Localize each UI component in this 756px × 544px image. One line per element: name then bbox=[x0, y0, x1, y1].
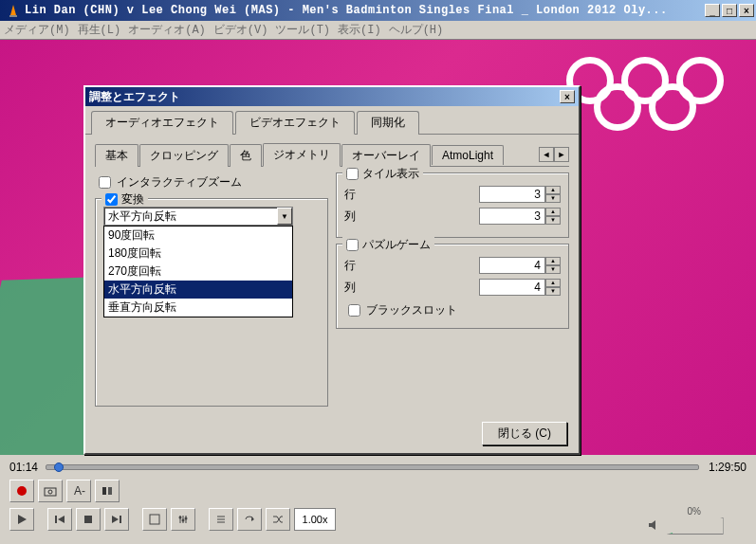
puzzle-rows-label: 行 bbox=[344, 258, 382, 274]
menu-video[interactable]: ビデオ(V) bbox=[213, 22, 268, 38]
svg-rect-5 bbox=[102, 487, 106, 495]
wall-cols-input[interactable] bbox=[479, 208, 545, 225]
dialog-close-btn[interactable]: 閉じる (C) bbox=[482, 422, 567, 445]
speaker-icon[interactable] bbox=[648, 518, 661, 535]
svg-point-18 bbox=[182, 519, 185, 522]
maximize-button[interactable]: □ bbox=[722, 4, 737, 17]
subtab-geometry[interactable]: ジオメトリ bbox=[263, 143, 341, 167]
playlist-button[interactable] bbox=[209, 508, 233, 531]
svg-rect-1 bbox=[9, 15, 17, 17]
video-effects-subtabs: 基本 クロッピング 色 ジオメトリ オーバーレイ AtmoLight ◄ ► bbox=[95, 142, 569, 167]
spin-up-icon[interactable]: ▲ bbox=[545, 208, 561, 216]
duration-time: 1:29:50 bbox=[709, 461, 747, 474]
volume-slider[interactable] bbox=[667, 517, 724, 535]
menu-media[interactable]: メディア(M) bbox=[4, 22, 70, 38]
transform-group: 変換 水平方向反転 ▼ 90度回転 180度回転 270度回転 水平方向反転 垂… bbox=[95, 198, 328, 407]
subtab-crop[interactable]: クロッピング bbox=[139, 144, 229, 167]
menu-view[interactable]: 表示(I) bbox=[338, 22, 381, 38]
svg-rect-2 bbox=[45, 488, 56, 496]
transform-checkbox[interactable] bbox=[105, 193, 118, 206]
subtab-color[interactable]: 色 bbox=[230, 144, 262, 167]
svg-marker-0 bbox=[10, 5, 16, 15]
dialog-title: 調整とエフェクト bbox=[89, 89, 180, 105]
seek-thumb[interactable] bbox=[54, 462, 64, 472]
dropdown-arrow-icon[interactable]: ▼ bbox=[277, 208, 292, 225]
wall-rows-label: 行 bbox=[344, 187, 382, 203]
volume-percent: 0% bbox=[688, 506, 701, 517]
spin-up-icon[interactable]: ▲ bbox=[545, 279, 561, 287]
puzzle-group: パズルゲーム 行 ▲▼ 列 ▲▼ bbox=[336, 244, 569, 329]
black-slot-label: ブラックスロット bbox=[366, 302, 457, 318]
record-button[interactable] bbox=[9, 480, 34, 502]
toolbar-row-2: 1.00x bbox=[9, 508, 336, 531]
minimize-button[interactable]: _ bbox=[705, 4, 720, 17]
wall-rows-input[interactable] bbox=[479, 186, 545, 203]
subtab-atmolight[interactable]: AtmoLight bbox=[432, 145, 504, 165]
transform-option-180[interactable]: 180度回転 bbox=[104, 245, 292, 263]
puzzle-label: パズルゲーム bbox=[362, 237, 431, 253]
tab-scroll-left-button[interactable]: ◄ bbox=[539, 147, 554, 162]
puzzle-rows-input[interactable] bbox=[479, 257, 545, 274]
svg-rect-10 bbox=[84, 516, 92, 523]
spin-up-icon[interactable]: ▲ bbox=[545, 257, 561, 265]
menu-help[interactable]: ヘルプ(H) bbox=[389, 22, 444, 38]
svg-point-19 bbox=[185, 517, 188, 520]
fullscreen-button[interactable] bbox=[142, 508, 167, 531]
extended-settings-button[interactable] bbox=[171, 508, 195, 531]
interactive-zoom-checkbox[interactable] bbox=[99, 176, 111, 189]
interactive-zoom-row: インタラクティブズーム bbox=[95, 172, 328, 192]
subtab-overlay[interactable]: オーバーレイ bbox=[341, 144, 431, 167]
wall-group: タイル表示 行 ▲▼ 列 ▲▼ bbox=[336, 172, 569, 238]
spin-down-icon[interactable]: ▼ bbox=[545, 216, 561, 225]
toolbar-row-1: A-B bbox=[9, 480, 120, 502]
snapshot-button[interactable] bbox=[38, 480, 63, 502]
svg-marker-7 bbox=[18, 515, 27, 524]
play-button[interactable] bbox=[9, 508, 34, 531]
transform-option-90[interactable]: 90度回転 bbox=[104, 227, 292, 245]
spin-down-icon[interactable]: ▼ bbox=[545, 194, 561, 203]
transform-label: 変換 bbox=[121, 191, 144, 208]
svg-rect-13 bbox=[150, 515, 159, 524]
position-time: 01:14 bbox=[9, 461, 38, 474]
transform-option-270[interactable]: 270度回転 bbox=[104, 263, 292, 281]
dialog-close-button[interactable]: × bbox=[560, 90, 575, 103]
spin-down-icon[interactable]: ▼ bbox=[545, 265, 561, 274]
tab-sync[interactable]: 同期化 bbox=[357, 111, 419, 135]
black-slot-checkbox[interactable] bbox=[348, 304, 360, 317]
dialog-titlebar[interactable]: 調整とエフェクト × bbox=[85, 87, 579, 106]
tab-video-effects[interactable]: ビデオエフェクト bbox=[235, 111, 355, 135]
transform-option-vflip[interactable]: 垂直方向反転 bbox=[104, 299, 292, 317]
tab-audio-effects[interactable]: オーディオエフェクト bbox=[91, 111, 233, 135]
next-button[interactable] bbox=[104, 508, 129, 531]
wall-checkbox[interactable] bbox=[346, 168, 359, 180]
spin-up-icon[interactable]: ▲ bbox=[545, 186, 561, 194]
subtab-basic[interactable]: 基本 bbox=[95, 144, 138, 167]
wall-label: タイル表示 bbox=[362, 166, 419, 182]
seek-bar-row: 01:14 1:29:50 bbox=[9, 461, 747, 474]
volume-control: 0% bbox=[648, 517, 743, 535]
spin-down-icon[interactable]: ▼ bbox=[545, 287, 561, 296]
tab-scroll-right-button[interactable]: ► bbox=[554, 147, 569, 162]
svg-rect-12 bbox=[120, 516, 121, 523]
menu-playback[interactable]: 再生(L) bbox=[78, 22, 121, 38]
puzzle-cols-input[interactable] bbox=[479, 279, 545, 296]
svg-rect-6 bbox=[108, 487, 112, 495]
svg-text:A-B: A-B bbox=[74, 485, 85, 497]
stop-button[interactable] bbox=[76, 508, 101, 531]
menu-audio[interactable]: オーディオ(A) bbox=[128, 22, 206, 38]
loop-button[interactable] bbox=[237, 508, 262, 531]
seek-slider[interactable] bbox=[46, 464, 699, 470]
frame-step-button[interactable] bbox=[95, 480, 120, 502]
menu-tools[interactable]: ツール(T) bbox=[275, 22, 330, 38]
prev-button[interactable] bbox=[47, 508, 72, 531]
loop-ab-button[interactable]: A-B bbox=[66, 480, 91, 502]
svg-marker-24 bbox=[649, 520, 655, 530]
transform-combo[interactable]: 水平方向反転 ▼ 90度回転 180度回転 270度回転 水平方向反転 垂直方向… bbox=[103, 207, 293, 226]
puzzle-checkbox[interactable] bbox=[346, 239, 359, 251]
close-button[interactable]: × bbox=[739, 4, 754, 17]
shuffle-button[interactable] bbox=[266, 508, 290, 531]
transform-option-hflip[interactable]: 水平方向反転 bbox=[104, 281, 292, 299]
vlc-cone-icon bbox=[6, 3, 21, 18]
speed-display[interactable]: 1.00x bbox=[294, 508, 336, 531]
svg-marker-11 bbox=[112, 516, 119, 523]
